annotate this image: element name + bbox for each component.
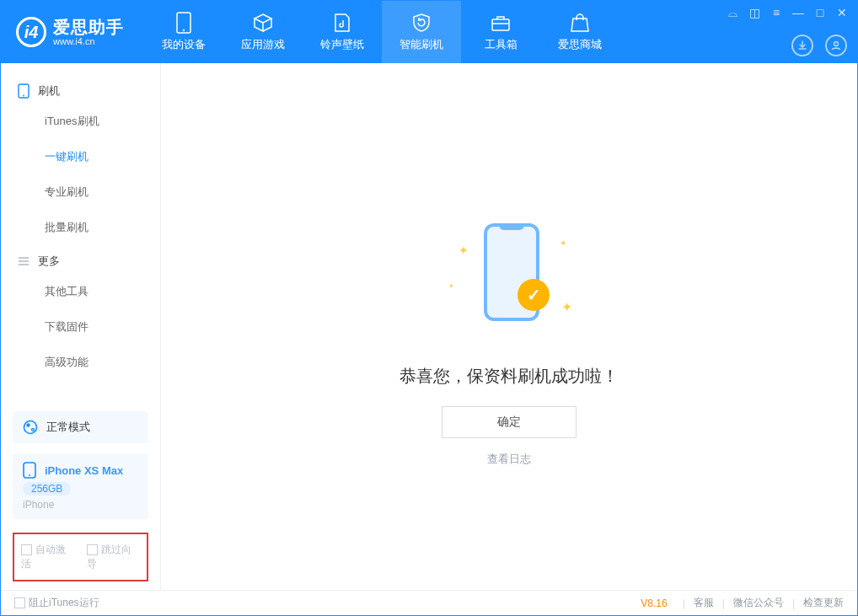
- app-site: www.i4.cn: [53, 36, 124, 46]
- minimize-icon[interactable]: —: [791, 6, 805, 20]
- footer-link-support[interactable]: 客服: [694, 596, 714, 610]
- sparkle-icon: ✦: [560, 238, 566, 248]
- sidebar-group-flash: 刷机: [1, 75, 160, 104]
- tab-label: 工具箱: [485, 37, 517, 52]
- svg-point-11: [26, 423, 29, 426]
- bag-icon: [569, 12, 591, 34]
- body-area: 刷机 iTunes刷机 一键刷机 专业刷机 批量刷机 更多 其他工具 下载固件 …: [1, 63, 857, 590]
- maximize-icon[interactable]: □: [813, 6, 827, 20]
- header: i4 爱思助手 www.i4.cn 我的设备 应用游戏: [1, 1, 857, 63]
- sidebar-item-itunes-flash[interactable]: iTunes刷机: [1, 104, 160, 139]
- version-label: V8.16: [641, 597, 667, 609]
- sidebar-group-more: 更多: [1, 245, 160, 274]
- sidebar-item-pro-flash[interactable]: 专业刷机: [1, 174, 160, 210]
- mode-label: 正常模式: [46, 420, 90, 435]
- app-title: 爱思助手: [53, 18, 124, 36]
- footer-link-update[interactable]: 检查更新: [803, 596, 844, 610]
- device-storage: 256GB: [23, 482, 71, 495]
- view-log-link[interactable]: 查看日志: [487, 452, 531, 467]
- tab-media[interactable]: 铃声壁纸: [303, 1, 382, 63]
- checkmark-icon: ✓: [517, 279, 550, 311]
- sidebar-item-batch-flash[interactable]: 批量刷机: [1, 210, 160, 245]
- sidebar-group-label: 更多: [38, 254, 60, 269]
- window-controls: ⌓ ◫ ≡ — □ ✕: [726, 6, 849, 20]
- device-phone-icon: [23, 462, 36, 479]
- device-icon: [173, 12, 195, 34]
- device-box[interactable]: iPhone XS Max 256GB iPhone: [13, 453, 148, 519]
- success-panel: ✓ ✦ ✦ ✦ ✦ 恭喜您，保资料刷机成功啦！ 确定 查看日志: [161, 223, 857, 467]
- tab-label: 爱思商城: [558, 37, 602, 52]
- logo-icon: i4: [16, 17, 46, 47]
- tab-apps[interactable]: 应用游戏: [223, 1, 303, 63]
- checkbox-skip-guide[interactable]: 跳过向导: [87, 543, 141, 571]
- music-file-icon: [331, 12, 353, 34]
- tab-flash[interactable]: 智能刷机: [382, 1, 461, 63]
- sidebar: 刷机 iTunes刷机 一键刷机 专业刷机 批量刷机 更多 其他工具 下载固件 …: [1, 63, 161, 590]
- mode-box[interactable]: 正常模式: [13, 411, 148, 443]
- toolbox-icon: [490, 12, 512, 34]
- download-icon[interactable]: [791, 35, 813, 56]
- tshirt-icon[interactable]: ⌓: [726, 6, 739, 20]
- header-action-icons: [791, 35, 847, 56]
- tab-my-device[interactable]: 我的设备: [144, 1, 223, 63]
- menu-icon[interactable]: ≡: [770, 6, 783, 20]
- sidebar-item-other-tools[interactable]: 其他工具: [1, 274, 160, 309]
- app-window: i4 爱思助手 www.i4.cn 我的设备 应用游戏: [0, 0, 858, 616]
- footer-link-wechat[interactable]: 微信公众号: [733, 596, 784, 610]
- main-content: ✓ ✦ ✦ ✦ ✦ 恭喜您，保资料刷机成功啦！ 确定 查看日志: [161, 63, 857, 590]
- device-subtype: iPhone: [23, 499, 138, 511]
- svg-point-6: [23, 95, 24, 97]
- phone-icon: [18, 83, 29, 99]
- list-icon: [18, 255, 29, 267]
- header-tabs: 我的设备 应用游戏 铃声壁纸 智能刷机: [144, 1, 619, 63]
- svg-point-1: [183, 29, 185, 31]
- box-icon[interactable]: ◫: [748, 6, 761, 20]
- highlighted-checkbox-area: 自动激活 跳过向导: [13, 533, 148, 581]
- mode-icon: [23, 420, 38, 435]
- sidebar-group-label: 刷机: [38, 83, 60, 99]
- success-message: 恭喜您，保资料刷机成功啦！: [400, 365, 619, 388]
- svg-point-12: [32, 429, 35, 431]
- checkbox-auto-activate[interactable]: 自动激活: [21, 543, 75, 571]
- tab-toolbox[interactable]: 工具箱: [461, 1, 540, 63]
- shield-refresh-icon: [410, 12, 432, 34]
- svg-rect-2: [492, 19, 509, 30]
- footer: 阻止iTunes运行 V8.16 | 客服 | 微信公众号 | 检查更新: [1, 590, 857, 615]
- svg-point-4: [834, 42, 839, 46]
- sidebar-item-onekey-flash[interactable]: 一键刷机: [1, 139, 160, 174]
- sparkle-icon: ✦: [448, 282, 454, 290]
- tab-label: 应用游戏: [241, 37, 285, 52]
- tab-store[interactable]: 爱思商城: [540, 1, 619, 63]
- sparkle-icon: ✦: [561, 299, 572, 315]
- svg-point-10: [24, 421, 37, 434]
- cube-icon: [252, 12, 274, 34]
- sparkle-icon: ✦: [458, 244, 469, 257]
- logo: i4 爱思助手 www.i4.cn: [1, 1, 139, 63]
- tab-label: 我的设备: [162, 37, 206, 52]
- sidebar-item-download-firmware[interactable]: 下载固件: [1, 309, 160, 345]
- tab-label: 智能刷机: [400, 37, 443, 52]
- user-icon[interactable]: [825, 35, 847, 56]
- close-icon[interactable]: ✕: [835, 6, 849, 20]
- success-illustration: ✓ ✦ ✦ ✦ ✦: [433, 223, 585, 341]
- tab-label: 铃声壁纸: [320, 37, 364, 52]
- checkbox-block-itunes[interactable]: 阻止iTunes运行: [14, 596, 99, 610]
- device-name: iPhone XS Max: [45, 464, 123, 477]
- svg-point-14: [29, 474, 30, 476]
- confirm-button[interactable]: 确定: [442, 406, 576, 438]
- sidebar-item-advanced[interactable]: 高级功能: [1, 345, 160, 380]
